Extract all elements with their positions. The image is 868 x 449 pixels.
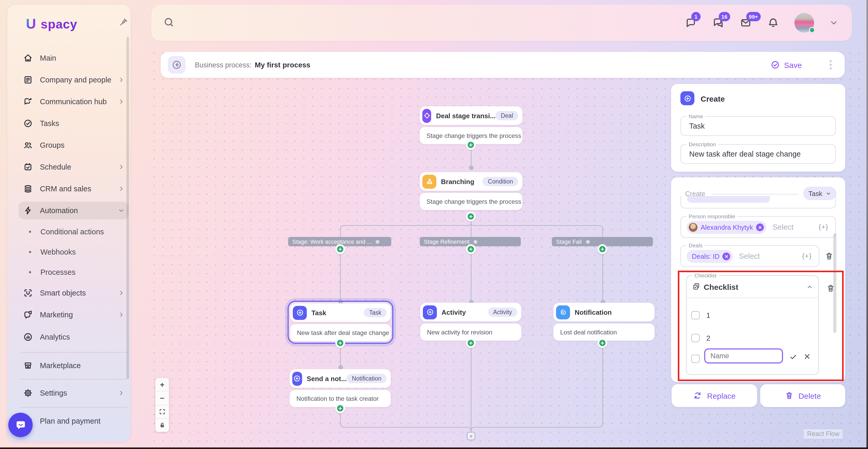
- checklist-icon: [692, 282, 701, 291]
- node-header[interactable]: Activity Activity: [420, 303, 521, 322]
- add-step-button[interactable]: +: [335, 338, 345, 348]
- node-notification[interactable]: Notification Lost deal notification: [553, 303, 654, 341]
- communication-hub-icon: [23, 96, 33, 107]
- new-item-checkbox[interactable]: [691, 355, 700, 363]
- back-button[interactable]: [168, 56, 186, 73]
- app-root: U spacy Main Company and people Communic…: [0, 0, 868, 449]
- checklist-item-checkbox[interactable]: [691, 334, 700, 342]
- search-icon[interactable]: [163, 16, 175, 29]
- delete-button[interactable]: Delete: [760, 384, 845, 407]
- chevron-down-icon: [825, 190, 831, 196]
- checklist-item-checkbox[interactable]: [691, 311, 700, 319]
- mail-icon[interactable]: 99+: [740, 17, 752, 29]
- react-flow-attribution[interactable]: React Flow: [804, 429, 843, 439]
- user-avatar[interactable]: [795, 13, 814, 33]
- node-description[interactable]: Stage change triggers the process: [420, 193, 522, 210]
- collapse-chevron-up-icon[interactable]: [806, 283, 813, 290]
- profile-chevron-down-icon[interactable]: [829, 18, 838, 28]
- sidebar-item-smart-objects[interactable]: Smart objects: [19, 284, 128, 302]
- stage-gear-icon[interactable]: [375, 239, 381, 244]
- sidebar-item-tasks[interactable]: Tasks: [19, 115, 128, 132]
- chevron-right-icon: [118, 98, 124, 105]
- add-step-button[interactable]: +: [597, 338, 607, 348]
- add-step-button[interactable]: +: [466, 140, 476, 150]
- add-step-button[interactable]: +: [466, 244, 476, 254]
- sidebar-item-plan-and-payment[interactable]: Plan and payment: [19, 412, 128, 430]
- automation-icon: [23, 205, 33, 216]
- chat-icon[interactable]: 1: [685, 17, 697, 29]
- pin-sidebar-icon[interactable]: [118, 17, 128, 28]
- stage-gear-icon[interactable]: [473, 239, 478, 244]
- create-card-title: Create: [701, 94, 725, 103]
- node-header[interactable]: Task Task: [290, 303, 391, 322]
- add-step-button[interactable]: +: [335, 403, 345, 413]
- sidebar-item-schedule[interactable]: Schedule: [19, 158, 128, 176]
- person-responsible-field[interactable]: Person responsible Alexandra Khytyk ✕ Se…: [680, 216, 836, 238]
- support-chat-button[interactable]: [8, 413, 33, 437]
- add-step-button[interactable]: +: [466, 338, 476, 348]
- node-header[interactable]: Send a not... Notification: [290, 369, 391, 388]
- checklist-item-label: 1: [706, 311, 710, 319]
- node-branching[interactable]: Branching Condition Stage change trigger…: [420, 172, 522, 210]
- node-header[interactable]: Notification: [553, 303, 654, 322]
- sidebar-item-company-and-people[interactable]: Company and people: [19, 71, 128, 89]
- group-chat-icon[interactable]: 16: [712, 17, 724, 29]
- zoom-in-button[interactable]: +: [155, 378, 169, 392]
- deals-select-placeholder[interactable]: Select: [739, 252, 760, 260]
- scrolled-cut-field[interactable]: [680, 196, 836, 208]
- remove-person-icon[interactable]: ✕: [756, 223, 764, 231]
- sidebar-item-groups[interactable]: Groups: [19, 137, 128, 154]
- delete-deals-trash-icon[interactable]: [825, 251, 834, 261]
- name-field[interactable]: Name Task: [680, 116, 836, 136]
- sidebar-item-settings[interactable]: Settings: [19, 384, 128, 402]
- sidebar-item-processes[interactable]: Processes: [19, 264, 128, 280]
- cancel-item-x-icon[interactable]: [803, 353, 811, 360]
- sidebar-item-marketing[interactable]: Marketing: [19, 306, 128, 324]
- confirm-item-check-icon[interactable]: [789, 353, 797, 361]
- replace-button[interactable]: Replace: [672, 384, 757, 407]
- sidebar-item-analytics[interactable]: Analytics: [19, 328, 128, 346]
- fit-view-button[interactable]: [155, 405, 169, 419]
- sidebar-item-marketplace[interactable]: Marketplace: [19, 357, 128, 375]
- save-button[interactable]: Save: [771, 60, 802, 69]
- sidebar-item-main[interactable]: Main: [19, 49, 128, 67]
- settings-gear-icon: [23, 388, 33, 398]
- sidebar-scrollbar[interactable]: [126, 37, 129, 379]
- insert-variable-token[interactable]: {+}: [819, 223, 828, 231]
- node-send-notification[interactable]: Send a not... Notification Notification …: [290, 369, 391, 407]
- sidebar-item-automation[interactable]: Automation: [19, 202, 128, 219]
- company-icon: [23, 74, 33, 85]
- divider: [712, 194, 799, 194]
- panel-scrollbar[interactable]: [833, 233, 836, 333]
- remove-deal-icon[interactable]: ✕: [723, 252, 731, 260]
- add-step-button[interactable]: +: [335, 244, 345, 254]
- description-field[interactable]: Description New task after deal stage ch…: [680, 144, 836, 164]
- node-header[interactable]: Branching Condition: [420, 172, 522, 191]
- node-task-selected[interactable]: Task Task New task after deal stage chan…: [288, 301, 393, 344]
- zoom-out-button[interactable]: −: [155, 392, 169, 406]
- lock-toggle-button[interactable]: [155, 419, 169, 432]
- crm-icon: [23, 183, 33, 194]
- insert-variable-token[interactable]: {+}: [802, 252, 812, 260]
- sidebar-item-communication-hub[interactable]: Communication hub: [19, 93, 128, 111]
- groups-icon: [23, 140, 33, 150]
- node-deal-stage-transition[interactable]: Deal stage transi... Deal Stage change t…: [420, 106, 522, 144]
- node-header[interactable]: Deal stage transi... Deal: [420, 106, 522, 125]
- node-activity[interactable]: Activity Activity New activity for revis…: [420, 303, 521, 341]
- sidebar-item-crm-and-sales[interactable]: CRM and sales: [19, 180, 128, 198]
- more-options-kebab-icon[interactable]: [826, 59, 836, 70]
- stage-gear-icon[interactable]: [585, 239, 590, 244]
- deals-field[interactable]: Deals Deals: ID ✕ Select {+}: [680, 245, 819, 267]
- deals-chip[interactable]: Deals: ID ✕: [687, 250, 733, 263]
- notifications-bell-icon[interactable]: [767, 17, 779, 29]
- uspacy-logo[interactable]: U spacy: [26, 16, 77, 32]
- person-select-placeholder[interactable]: Select: [773, 223, 794, 231]
- add-step-button[interactable]: +: [597, 244, 607, 254]
- sidebar-item-webhooks[interactable]: Webhooks: [19, 244, 128, 260]
- add-step-button[interactable]: +: [466, 212, 476, 221]
- sidebar-item-conditional-actions[interactable]: Conditional actions: [19, 223, 128, 240]
- logo-word: spacy: [41, 17, 77, 32]
- checklist-item-label: 2: [706, 334, 710, 342]
- person-chip[interactable]: Alexandra Khytyk ✕: [687, 221, 767, 234]
- new-checklist-item-input[interactable]: [704, 349, 783, 363]
